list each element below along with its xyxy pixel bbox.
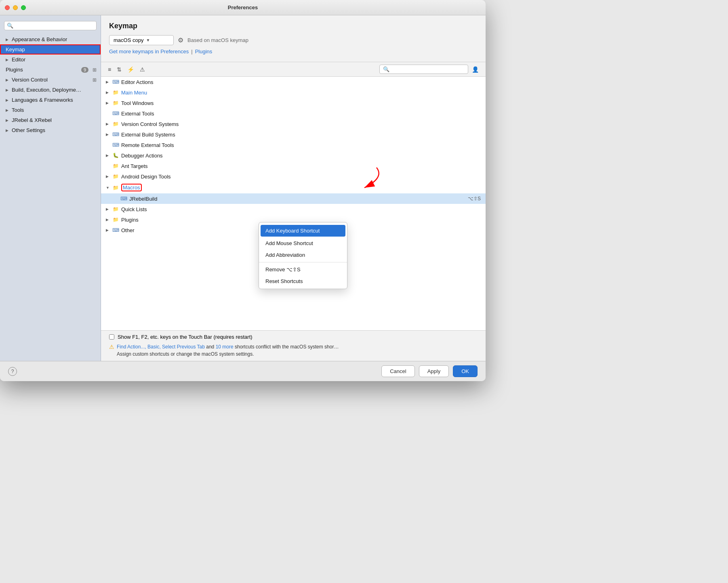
tree-item-macros[interactable]: ▼ 📁 Macros	[101, 182, 486, 193]
tree-item-quick-lists[interactable]: ▶ 📁 Quick Lists	[101, 204, 486, 214]
touch-bar-checkbox[interactable]	[109, 334, 114, 340]
gear-icon[interactable]: ⚙	[178, 36, 183, 44]
plugins-tree-icon: 📁	[112, 216, 119, 223]
sidebar-item-label: Build, Execution, Deployme…	[12, 87, 81, 93]
sidebar-item-label: JRebel & XRebel	[12, 117, 52, 123]
arrow-icon: ▶	[106, 228, 110, 232]
bottom-bar: Show F1, F2, etc. keys on the Touch Bar …	[101, 330, 486, 361]
tree-item-label: Macros	[121, 184, 142, 191]
tree-item-debugger[interactable]: ▶ 🐛 Debugger Actions	[101, 150, 486, 161]
more-link[interactable]: 10 more	[216, 344, 234, 350]
arrow-icon: ▶	[6, 128, 8, 132]
select-prev-tab-link[interactable]: Select Previous Tab	[162, 344, 205, 350]
tree-item-label: Main Menu	[121, 90, 147, 96]
tree-item-label: Ant Targets	[121, 163, 148, 169]
context-menu-item-label: Add Mouse Shortcut	[265, 240, 313, 246]
remote-external-icon: ⌨	[112, 142, 119, 148]
checkbox-row: Show F1, F2, etc. keys on the Touch Bar …	[109, 334, 478, 340]
context-menu: Add Keyboard Shortcut Add Mouse Shortcut…	[259, 222, 347, 289]
get-more-keymaps-link[interactable]: Get more keymaps in Preferences	[109, 48, 189, 55]
tree-item-label: Other	[121, 227, 135, 233]
tree-item-external-build[interactable]: ▶ ⌨ External Build Systems	[101, 129, 486, 140]
chevron-down-icon: ▼	[146, 38, 150, 42]
arrow-icon: ▶	[106, 207, 110, 211]
vcs-icon: 📁	[112, 121, 119, 127]
tree-item-android-design[interactable]: ▶ 📁 Android Design Tools	[101, 171, 486, 182]
tree-item-jrebelbuild[interactable]: ▶ ⌨ JRebelBuild ⌥⇧S	[101, 193, 486, 204]
context-menu-add-keyboard-shortcut[interactable]: Add Keyboard Shortcut	[261, 225, 345, 237]
context-menu-add-mouse-shortcut[interactable]: Add Mouse Shortcut	[259, 237, 347, 249]
arrow-icon: ▶	[106, 174, 110, 178]
warning-text: Find Action..., Basic, Select Previous T…	[117, 343, 339, 358]
tree-item-label: Debugger Actions	[121, 153, 163, 159]
sidebar-item-editor[interactable]: ▶ Editor	[0, 55, 101, 65]
sidebar-item-plugins[interactable]: Plugins 9 ⊞	[0, 65, 101, 75]
tree-item-label: Tool Windows	[121, 100, 154, 106]
panel-header: Keymap macOS copy ▼ ⚙ Based on macOS key…	[101, 15, 486, 62]
keymap-dropdown[interactable]: macOS copy ▼	[109, 35, 174, 45]
context-menu-separator	[259, 262, 347, 262]
warning-icon: ⚠	[109, 344, 114, 350]
tree-item-external-tools[interactable]: ▶ ⌨ External Tools	[101, 108, 486, 119]
apply-button[interactable]: Apply	[419, 365, 449, 377]
search-input[interactable]	[391, 67, 465, 72]
sidebar-item-label: Appearance & Behavior	[12, 36, 67, 42]
sidebar-item-label: Other Settings	[12, 127, 45, 133]
minimize-button[interactable]	[13, 5, 18, 10]
arrow-icon: ▼	[106, 186, 110, 190]
sidebar-item-jrebel[interactable]: ▶ JRebel & XRebel	[0, 115, 101, 125]
close-button[interactable]	[5, 5, 10, 10]
filter-conflicts-button[interactable]: ⚡	[125, 65, 136, 74]
sidebar-item-appearance[interactable]: ▶ Appearance & Behavior	[0, 34, 101, 44]
plugins-link[interactable]: Plugins	[195, 48, 213, 55]
page-title: Keymap	[109, 22, 478, 30]
basic-link[interactable]: Basic,	[147, 344, 161, 350]
arrow-icon: ▶	[6, 38, 8, 42]
sidebar-item-other-settings[interactable]: ▶ Other Settings	[0, 125, 101, 135]
sidebar-item-languages[interactable]: ▶ Languages & Frameworks	[0, 95, 101, 105]
expand-all-button[interactable]: ⇅	[115, 65, 124, 74]
arrow-icon: ▶	[6, 118, 8, 122]
tree-item-tool-windows[interactable]: ▶ 📁 Tool Windows	[101, 98, 486, 108]
keymap-toolbar: ≡ ⇅ ⚡ ⚠ 🔍 👤	[101, 62, 486, 77]
find-usages-button[interactable]: 👤	[470, 65, 481, 74]
sidebar-search[interactable]: 🔍	[4, 21, 97, 30]
cancel-button[interactable]: Cancel	[381, 365, 414, 377]
context-menu-item-label: Remove ⌥⇧S	[265, 266, 301, 273]
context-menu-reset-shortcuts[interactable]: Reset Shortcuts	[259, 275, 347, 287]
sidebar-item-build[interactable]: ▶ Build, Execution, Deployme…	[0, 85, 101, 95]
collapse-all-button[interactable]: ≡	[106, 65, 113, 74]
debugger-icon: 🐛	[112, 152, 119, 159]
tree-item-editor-actions[interactable]: ▶ ⌨ Editor Actions	[101, 77, 486, 87]
tree-item-ant-targets[interactable]: ▶ 📁 Ant Targets	[101, 161, 486, 171]
toolbar-search[interactable]: 🔍	[379, 65, 468, 74]
warning-filter-button[interactable]: ⚠	[138, 65, 147, 74]
arrow-icon: ▶	[106, 122, 110, 126]
plugins-icon: ⊞	[93, 67, 97, 73]
sidebar-item-keymap[interactable]: Keymap	[0, 44, 101, 55]
tree-item-label: Remote External Tools	[121, 142, 174, 148]
help-button[interactable]: ?	[8, 367, 17, 376]
sidebar-item-label: Editor	[12, 57, 25, 63]
ok-button[interactable]: OK	[453, 365, 478, 377]
sidebar-item-tools[interactable]: ▶ Tools	[0, 105, 101, 115]
sidebar-search-input[interactable]	[15, 23, 94, 29]
arrow-icon: ▶	[106, 101, 110, 105]
sidebar-item-version-control[interactable]: ▶ Version Control ⊞	[0, 75, 101, 85]
tree-item-main-menu[interactable]: ▶ 📁 Main Menu	[101, 87, 486, 98]
find-action-link[interactable]: Find Action...,	[117, 344, 146, 350]
arrow-icon: ▶	[106, 80, 110, 84]
context-menu-remove[interactable]: Remove ⌥⇧S	[259, 264, 347, 275]
tree-item-remote-external[interactable]: ▶ ⌨ Remote External Tools	[101, 140, 486, 150]
tree-item-label: JRebelBuild	[129, 196, 157, 202]
title-bar: Preferences	[0, 0, 486, 15]
sidebar-item-label: Keymap	[6, 46, 25, 52]
sidebar: 🔍 ▶ Appearance & Behavior Keymap ▶ Edito…	[0, 15, 101, 361]
window-title: Preferences	[228, 4, 258, 10]
keymap-value: macOS copy	[114, 37, 143, 43]
tree-item-vcs[interactable]: ▶ 📁 Version Control Systems	[101, 119, 486, 129]
footer: ? Cancel Apply OK	[0, 361, 486, 381]
external-build-icon: ⌨	[112, 131, 119, 138]
context-menu-add-abbreviation[interactable]: Add Abbreviation	[259, 249, 347, 261]
maximize-button[interactable]	[21, 5, 26, 10]
